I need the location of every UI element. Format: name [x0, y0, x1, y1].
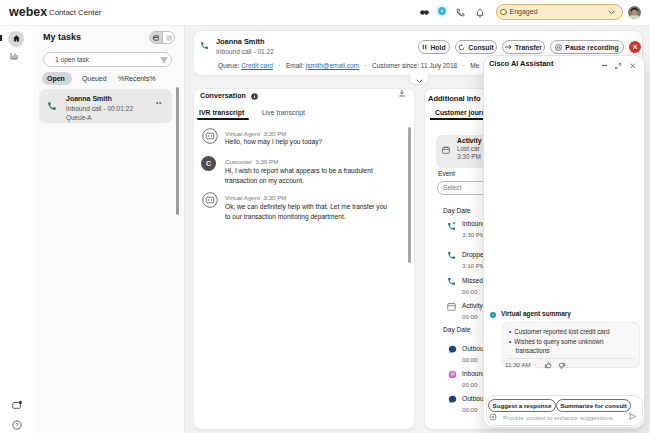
svg-text:?: ?	[15, 422, 18, 428]
